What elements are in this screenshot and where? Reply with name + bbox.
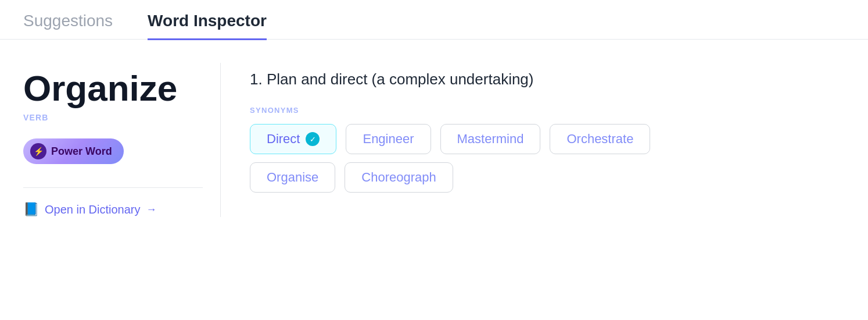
synonym-direct[interactable]: Direct ✓ <box>250 124 336 154</box>
open-dict-label: Open in Dictionary <box>45 203 141 216</box>
word-definition: 1. Plan and direct (a complex undertakin… <box>250 69 845 90</box>
arrow-icon: → <box>146 204 157 216</box>
lightning-icon: ⚡ <box>30 143 46 159</box>
main-content: Organize VERB ⚡ Power Word 📘 Open in Dic… <box>0 40 868 234</box>
synonyms-grid: Direct ✓ Engineer Mastermind Orchestrate… <box>250 124 845 193</box>
synonym-choreograph[interactable]: Choreograph <box>345 162 453 193</box>
power-word-badge[interactable]: ⚡ Power Word <box>23 138 124 164</box>
tab-bar: Suggestions Word Inspector <box>0 0 868 40</box>
synonym-mastermind-label: Mastermind <box>457 131 524 147</box>
synonym-organise[interactable]: Organise <box>250 162 335 193</box>
synonym-orchestrate[interactable]: Orchestrate <box>550 124 650 154</box>
book-icon: 📘 <box>23 202 39 217</box>
synonyms-row-1: Direct ✓ Engineer Mastermind Orchestrate <box>250 124 845 154</box>
synonym-choreograph-label: Choreograph <box>361 170 436 185</box>
divider <box>23 187 203 188</box>
tab-word-inspector[interactable]: Word Inspector <box>148 12 267 40</box>
synonym-direct-label: Direct <box>267 131 300 147</box>
tab-suggestions[interactable]: Suggestions <box>23 12 113 40</box>
power-word-label: Power Word <box>51 145 112 158</box>
synonym-mastermind[interactable]: Mastermind <box>440 124 541 154</box>
synonyms-label: SYNONYMS <box>250 106 845 115</box>
word-title: Organize <box>23 69 203 108</box>
synonym-engineer[interactable]: Engineer <box>346 124 431 154</box>
synonym-organise-label: Organise <box>267 170 318 185</box>
word-pos: VERB <box>23 113 203 122</box>
synonyms-row-2: Organise Choreograph <box>250 162 845 193</box>
check-icon: ✓ <box>306 132 320 146</box>
synonym-orchestrate-label: Orchestrate <box>566 131 633 147</box>
open-in-dictionary-link[interactable]: 📘 Open in Dictionary → <box>23 202 203 217</box>
synonym-engineer-label: Engineer <box>363 131 414 147</box>
left-panel: Organize VERB ⚡ Power Word 📘 Open in Dic… <box>23 63 221 217</box>
right-panel: 1. Plan and direct (a complex undertakin… <box>221 63 845 217</box>
